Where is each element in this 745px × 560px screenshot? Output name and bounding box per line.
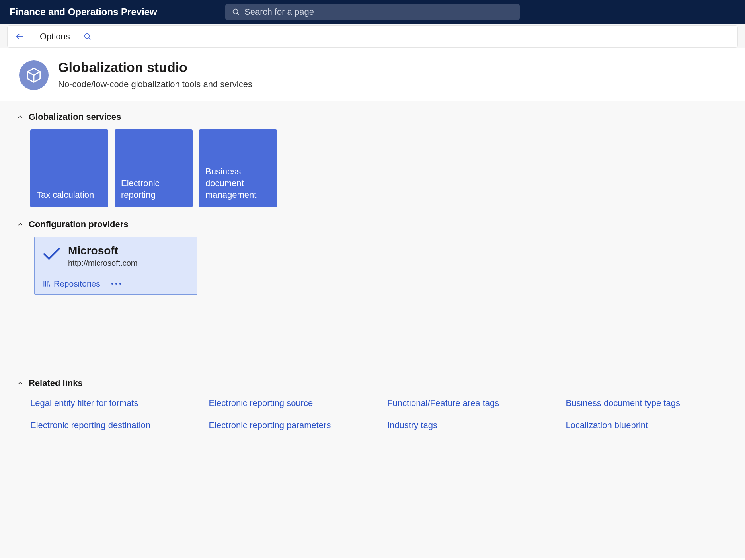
actionbar: Options — [7, 25, 738, 48]
package-icon — [25, 67, 42, 84]
section-title: Globalization services — [29, 112, 121, 122]
workspace-subtitle: No-code/low-code globalization tools and… — [58, 79, 252, 90]
repositories-link[interactable]: Repositories — [43, 279, 100, 289]
service-tiles: Tax calculation Electronic reporting Bus… — [17, 129, 728, 207]
link-er-parameters[interactable]: Electronic reporting parameters — [209, 420, 372, 431]
tile-label: Tax calculation — [37, 189, 94, 201]
tile-business-document-management[interactable]: Business document management — [199, 129, 277, 207]
tile-label: Electronic reporting — [121, 178, 186, 201]
svg-point-9 — [111, 283, 113, 285]
spacer — [17, 306, 728, 378]
link-er-source[interactable]: Electronic reporting source — [209, 398, 372, 408]
global-search-wrap — [225, 4, 520, 20]
provider-url: http://microsoft.com — [68, 259, 138, 268]
top-navigation-bar: Finance and Operations Preview — [0, 0, 745, 24]
more-horizontal-icon — [111, 280, 122, 288]
back-arrow-icon — [15, 31, 25, 42]
svg-point-10 — [115, 283, 117, 285]
section-title: Configuration providers — [29, 219, 129, 230]
svg-line-1 — [237, 13, 239, 15]
more-actions-button[interactable] — [111, 280, 122, 288]
workspace-title: Globalization studio — [58, 60, 252, 75]
options-button[interactable]: Options — [34, 29, 76, 44]
workspace-icon — [19, 60, 49, 90]
chevron-up-icon — [17, 113, 24, 121]
tile-label: Business document management — [205, 166, 271, 201]
link-functional-tags[interactable]: Functional/Feature area tags — [387, 398, 550, 408]
provider-card-top: Microsoft http://microsoft.com — [43, 244, 189, 268]
tile-electronic-reporting[interactable]: Electronic reporting — [115, 129, 193, 207]
link-localization-blueprint[interactable]: Localization blueprint — [566, 420, 729, 431]
tile-tax-calculation[interactable]: Tax calculation — [30, 129, 108, 207]
svg-point-0 — [233, 9, 238, 14]
actionbar-divider — [31, 29, 31, 44]
back-button[interactable] — [12, 29, 27, 44]
link-er-destination[interactable]: Electronic reporting destination — [30, 420, 193, 431]
actionbar-container: Options — [0, 24, 745, 48]
svg-line-4 — [89, 38, 90, 39]
chevron-up-icon — [17, 380, 24, 387]
app-title: Finance and Operations Preview — [10, 6, 157, 18]
chevron-up-icon — [17, 221, 24, 228]
global-search[interactable] — [225, 4, 520, 20]
provider-name: Microsoft — [68, 244, 138, 257]
section-globalization-services: Globalization services Tax calculation E… — [17, 112, 728, 207]
actionbar-search-button[interactable] — [80, 29, 96, 45]
link-industry-tags[interactable]: Industry tags — [387, 420, 550, 431]
global-search-input[interactable] — [244, 7, 513, 17]
section-header-globalization-services[interactable]: Globalization services — [17, 112, 728, 122]
svg-point-11 — [119, 283, 121, 285]
workspace-content: Globalization services Tax calculation E… — [0, 101, 745, 558]
section-header-configuration-providers[interactable]: Configuration providers — [17, 219, 728, 230]
provider-card-actions: Repositories — [43, 279, 189, 289]
library-icon — [43, 280, 51, 288]
provider-card-text: Microsoft http://microsoft.com — [68, 244, 138, 268]
section-related-links: Related links Legal entity filter for fo… — [17, 378, 728, 431]
section-configuration-providers: Configuration providers Microsoft http:/… — [17, 219, 728, 295]
related-links-body: Legal entity filter for formats Electron… — [17, 396, 728, 431]
search-icon — [83, 32, 92, 41]
section-title: Related links — [29, 378, 83, 388]
related-links-grid: Legal entity filter for formats Electron… — [30, 398, 728, 431]
workspace-header-text: Globalization studio No-code/low-code gl… — [58, 60, 252, 90]
svg-point-3 — [84, 34, 89, 39]
provider-card-microsoft[interactable]: Microsoft http://microsoft.com Repositor… — [34, 237, 197, 295]
section-header-related-links[interactable]: Related links — [17, 378, 728, 388]
link-legal-entity-filter[interactable]: Legal entity filter for formats — [30, 398, 193, 408]
svg-line-8 — [49, 281, 50, 286]
repositories-label: Repositories — [54, 279, 100, 289]
checkmark-icon — [43, 247, 61, 262]
workspace-header: Globalization studio No-code/low-code gl… — [0, 48, 745, 101]
link-bd-type-tags[interactable]: Business document type tags — [566, 398, 729, 408]
search-icon — [232, 8, 240, 16]
